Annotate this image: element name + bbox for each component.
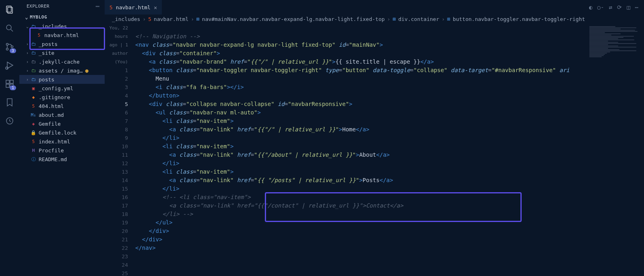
scm-badge: 3 — [10, 48, 16, 53]
file-icon: M↓ — [30, 112, 37, 118]
line-gutter: You, 22 hours ago | 1 author (You)123456… — [105, 24, 135, 276]
folder-posts[interactable]: ›🗀posts — [19, 75, 105, 84]
sidebar-title: EXPLORER — [27, 4, 50, 9]
breadcrumb-segment[interactable]: div.container — [398, 16, 439, 22]
folder--posts[interactable]: ›🗀_posts — [19, 39, 105, 48]
gitlens-toggle-icon[interactable]: ◐ — [589, 4, 592, 10]
svg-point-2 — [6, 25, 11, 30]
svg-point-6 — [11, 46, 13, 48]
file-icon: 🔒 — [30, 129, 37, 136]
svg-line-3 — [11, 29, 13, 31]
file-icon: 5 — [30, 138, 37, 145]
file-index-html[interactable]: 5index.html — [19, 137, 105, 146]
html-file-icon: 5 — [109, 4, 113, 10]
ext-badge: 1 — [10, 85, 16, 90]
breadcrumb[interactable]: _includes›5navbar.html›⊞nav#mainNav.navb… — [105, 15, 644, 24]
editor-title-actions: ◐ ○- ⇄ ⟳ ◫ ⋯ — [589, 0, 644, 15]
folder-assets---imag-[interactable]: ›🗀assets / imag…● — [19, 66, 105, 75]
file-tree: ⌄🗀_includes5navbar.html›🗀_posts›🗀_site›🗀… — [19, 22, 105, 276]
breadcrumb-segment[interactable]: navbar.html — [154, 16, 188, 22]
chevron-down-icon — [25, 14, 28, 20]
sidebar: EXPLORER ⋯ MYBLOG ⌄🗀_includes5navbar.htm… — [19, 0, 105, 276]
tab-bar: 5 navbar.html × ◐ ○- ⇄ ⟳ ◫ ⋯ — [105, 0, 644, 15]
file-icon: ⓘ — [30, 156, 37, 162]
breadcrumb-segment[interactable]: nav#mainNav.navbar.navbar-expand-lg.navb… — [202, 16, 385, 22]
breadcrumb-icon: ⊞ — [196, 16, 200, 22]
folder--includes[interactable]: ⌄🗀_includes — [19, 22, 105, 31]
file--config-yml[interactable]: ▣_config.yml — [19, 84, 105, 93]
file-icon: ◈ — [30, 120, 37, 127]
gitlens-history-icon[interactable]: ⟳ — [617, 4, 622, 10]
file-gemfile-lock[interactable]: 🔒Gemfile.lock — [19, 128, 105, 137]
more-actions-icon[interactable]: ⋯ — [635, 4, 638, 10]
breadcrumb-icon: ⊞ — [393, 16, 396, 22]
extensions-icon[interactable]: 1 — [4, 78, 15, 89]
gitlens-compare-icon[interactable]: ⇄ — [609, 4, 612, 10]
folder-icon: 🗀 — [30, 76, 37, 83]
folder-icon: 🗀 — [30, 50, 37, 56]
folder-icon: 🗀 — [30, 58, 37, 65]
lens-icon[interactable] — [4, 115, 15, 127]
minimap[interactable] — [587, 24, 644, 276]
editor[interactable]: You, 22 hours ago | 1 author (You)123456… — [105, 24, 644, 276]
folder--site[interactable]: ›🗀_site — [19, 48, 105, 57]
svg-rect-10 — [6, 84, 9, 87]
bookmark-icon[interactable] — [4, 97, 15, 108]
breadcrumb-segment[interactable]: _includes — [112, 16, 140, 22]
activity-bar: 3 1 — [0, 0, 19, 276]
gitlens-commit-icon[interactable]: ○- — [597, 4, 604, 10]
file--gitignore[interactable]: ◆.gitignore — [19, 93, 105, 102]
search-icon[interactable] — [4, 23, 15, 34]
run-debug-icon[interactable] — [4, 60, 15, 71]
breadcrumb-icon: 5 — [148, 16, 151, 22]
file-readme-md[interactable]: ⓘREADME.md — [19, 155, 105, 164]
split-editor-icon[interactable]: ◫ — [627, 4, 630, 10]
svg-rect-9 — [10, 80, 13, 83]
file-procfile[interactable]: HProcfile — [19, 146, 105, 155]
file-navbar-html[interactable]: 5navbar.html — [19, 31, 105, 39]
sidebar-more-icon[interactable]: ⋯ — [95, 2, 100, 10]
breadcrumb-segment[interactable]: button.navbar-toggler.navbar-toggler-rig… — [453, 16, 585, 22]
code-content[interactable]: <!-- Navigation --><nav class="navbar na… — [135, 24, 587, 276]
file-gemfile[interactable]: ◈Gemfile — [19, 119, 105, 128]
folder-icon: 🗀 — [30, 23, 37, 29]
file-about-md[interactable]: M↓about.md — [19, 110, 105, 119]
file-icon: 5 — [30, 103, 37, 109]
codelens[interactable]: You, 22 hours ago | 1 author (You) — [105, 24, 128, 66]
workspace-header[interactable]: MYBLOG — [19, 12, 105, 22]
folder-icon: 🗀 — [30, 41, 37, 47]
file-icon: H — [30, 147, 37, 154]
file-404-html[interactable]: 5404.html — [19, 102, 105, 110]
file-icon: 5 — [36, 32, 42, 38]
folder--jekyll-cache[interactable]: ›🗀.jekyll-cache — [19, 57, 105, 66]
close-icon[interactable]: × — [154, 4, 157, 11]
svg-point-4 — [6, 44, 8, 46]
tab-label: navbar.html — [116, 4, 151, 10]
explorer-icon[interactable] — [4, 4, 15, 15]
breadcrumb-icon: ⊞ — [447, 16, 450, 22]
file-icon: ▣ — [30, 85, 37, 91]
folder-icon: 🗀 — [30, 67, 37, 74]
svg-point-5 — [6, 48, 8, 50]
svg-rect-8 — [6, 80, 9, 83]
file-icon: ◆ — [30, 94, 37, 100]
tab-navbar-html[interactable]: 5 navbar.html × — [105, 0, 162, 15]
source-control-icon[interactable]: 3 — [4, 41, 15, 52]
